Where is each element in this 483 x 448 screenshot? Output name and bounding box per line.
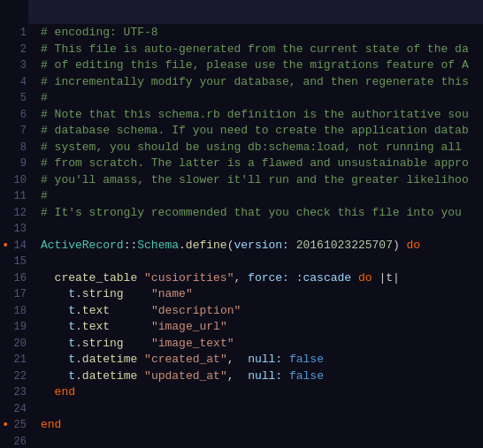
line-num-10: 10	[0, 172, 30, 189]
code-line-8: # system, you should be using db:schema:…	[41, 140, 483, 156]
code-line-14: ActiveRecord::Schema.define(version: 201…	[41, 238, 483, 254]
line-num-23: 23	[0, 384, 30, 401]
line-num-17: 17	[0, 286, 30, 303]
line-num-16: 16	[0, 270, 30, 287]
code-content: # encoding: UTF-8 # This file is auto-ge…	[37, 25, 483, 448]
code-line-25: end	[41, 417, 483, 434]
line-num-18: 18	[0, 303, 30, 320]
line-num-1: 1	[0, 25, 30, 42]
line-num-2: 2	[0, 42, 30, 58]
line-num-25: 25	[0, 417, 30, 434]
line-num-9: 9	[0, 156, 30, 172]
line-num-3: 3	[0, 57, 30, 74]
line-num-5: 5	[0, 90, 30, 107]
code-line-11: #	[41, 188, 483, 205]
line-num-24: 24	[0, 401, 30, 418]
code-area: 1 2 3 4 5 6 7 8 9 10 11 12 13 14 15 16 1…	[0, 25, 483, 448]
code-line-17: t.string "name"	[41, 286, 483, 303]
code-line-20: t.string "image_text"	[41, 336, 483, 353]
line-num-11: 11	[0, 188, 30, 205]
line-gutter: 1 2 3 4 5 6 7 8 9 10 11 12 13 14 15 16 1…	[0, 25, 37, 448]
code-line-4: # incrementally modify your database, an…	[41, 74, 483, 91]
line-num-22: 22	[0, 368, 30, 385]
tab-schema-rb[interactable]	[0, 0, 29, 25]
code-line-1: # encoding: UTF-8	[41, 25, 483, 42]
code-line-5: #	[41, 90, 483, 107]
line-num-21: 21	[0, 352, 30, 368]
line-num-12: 12	[0, 205, 30, 222]
code-line-23: end	[41, 384, 483, 401]
code-line-2: # This file is auto-generated from the c…	[41, 42, 483, 58]
line-num-26: 26	[0, 434, 30, 449]
tab-bar	[0, 0, 483, 25]
line-num-13: 13	[0, 221, 30, 238]
line-num-15: 15	[0, 254, 30, 270]
code-line-15	[41, 254, 483, 270]
code-line-22: t.datetime "updated_at", null: false	[41, 368, 483, 385]
code-line-10: # you'll amass, the slower it'll run and…	[41, 172, 483, 189]
line-num-20: 20	[0, 336, 30, 353]
code-line-21: t.datetime "created_at", null: false	[41, 352, 483, 368]
line-num-19: 19	[0, 319, 30, 336]
code-line-19: t.text "image_url"	[41, 319, 483, 336]
editor-window: 1 2 3 4 5 6 7 8 9 10 11 12 13 14 15 16 1…	[0, 0, 483, 448]
code-line-13	[41, 221, 483, 238]
code-line-24	[41, 401, 483, 418]
line-num-7: 7	[0, 123, 30, 140]
code-line-7: # database schema. If you need to create…	[41, 123, 483, 140]
line-num-14: 14	[0, 238, 30, 254]
line-num-6: 6	[0, 107, 30, 124]
code-line-3: # of editing this file, please use the m…	[41, 57, 483, 74]
code-line-6: # Note that this schema.rb definition is…	[41, 107, 483, 124]
code-line-16: create_table "cusiorities", force: :casc…	[41, 270, 483, 287]
code-line-26	[41, 434, 483, 449]
line-num-4: 4	[0, 74, 30, 91]
code-line-9: # from scratch. The latter is a flawed a…	[41, 156, 483, 172]
code-line-12: # It's strongly recommended that you che…	[41, 205, 483, 222]
code-line-18: t.text "description"	[41, 303, 483, 320]
line-num-8: 8	[0, 140, 30, 156]
